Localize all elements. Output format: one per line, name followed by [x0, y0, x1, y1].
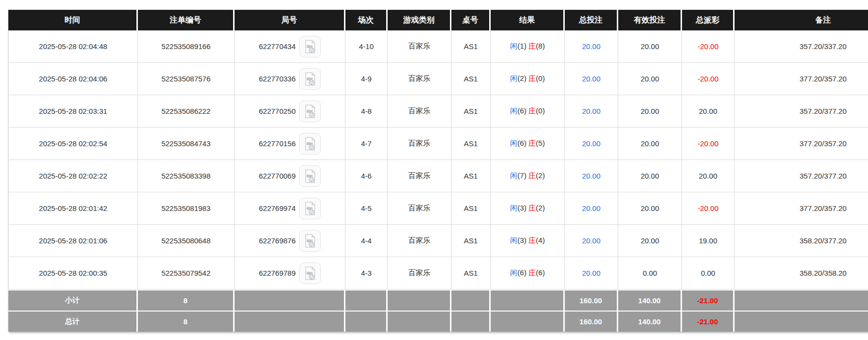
- subtotal-row-remark-empty: [735, 289, 868, 311]
- cell-valid-bet: 20.00: [618, 160, 682, 192]
- cell-round-number: 622770250: [235, 95, 345, 128]
- round-number-text: 622770156: [259, 139, 295, 148]
- video-replay-button[interactable]: [299, 262, 321, 284]
- cell-time: 2025-05-28 02:00:35: [8, 257, 138, 289]
- player-result-score: (6): [518, 268, 526, 277]
- round-number-text: 622770434: [259, 42, 295, 51]
- cell-valid-bet: 20.00: [618, 225, 682, 257]
- cell-table-number: AS1: [451, 128, 491, 160]
- column-header-game-type: 游戏类别: [388, 10, 451, 30]
- subtotal-row-session-empty: [345, 289, 388, 311]
- round-number-text: 622770336: [259, 75, 295, 83]
- banker-result-label: 庄: [528, 204, 536, 212]
- subtotal-row-label: 小计: [8, 289, 138, 311]
- video-replay-button[interactable]: [299, 133, 321, 155]
- player-result-label: 闲: [510, 74, 518, 82]
- cell-bet-number: 522535087576: [138, 63, 235, 95]
- cell-game-type: 百家乐: [388, 225, 451, 257]
- table-row: 2025-05-28 02:04:48522535089166622770434…: [8, 30, 868, 63]
- cell-session: 4-9: [345, 63, 388, 95]
- player-result-label: 闲: [510, 268, 518, 277]
- cell-game-type: 百家乐: [388, 192, 451, 225]
- banker-result-score: (6): [536, 268, 545, 277]
- cell-bet-number: 522535089166: [138, 30, 235, 63]
- cell-game-type: 百家乐: [388, 160, 451, 192]
- cell-result: 闲(3) 庄(2): [491, 192, 565, 225]
- cell-remark: 377.20/357.20: [735, 192, 868, 225]
- table-row: 2025-05-28 02:01:06522535080648622769876…: [8, 225, 868, 257]
- subtotal-row-table-empty: [451, 289, 491, 311]
- total-bet-amount[interactable]: 20.00: [582, 172, 601, 180]
- total-row-payout: -21.00: [682, 311, 735, 332]
- total-bet-amount[interactable]: 20.00: [582, 107, 601, 115]
- video-file-icon: [303, 39, 317, 54]
- cell-bet-number: 522535079542: [138, 257, 235, 289]
- total-row-label: 总计: [8, 311, 138, 332]
- column-header-result: 结果: [491, 10, 565, 30]
- cell-total-bet: 20.00: [565, 192, 618, 225]
- table-header: 时间 注单编号 局号 场次 游戏类别 桌号 结果 总投注 有效投注 总派彩 备注: [8, 10, 868, 30]
- cell-table-number: AS1: [451, 160, 491, 192]
- cell-remark: 358.20/358.20: [735, 257, 868, 289]
- cell-total-bet: 20.00: [565, 225, 618, 257]
- round-cell-content: 622770069: [259, 165, 320, 187]
- total-bet-amount[interactable]: 20.00: [582, 42, 601, 51]
- cell-result: 闲(6) 庄(6): [491, 257, 565, 289]
- cell-time: 2025-05-28 02:01:42: [8, 192, 138, 225]
- column-header-session: 场次: [345, 10, 388, 30]
- video-replay-button[interactable]: [299, 36, 321, 57]
- round-number-text: 622770250: [259, 107, 295, 115]
- cell-remark: 357.20/377.20: [735, 95, 868, 128]
- round-cell-content: 622769876: [259, 230, 320, 252]
- total-bet-amount[interactable]: 20.00: [582, 75, 601, 83]
- cell-table-number: AS1: [451, 63, 491, 95]
- column-header-total-bet: 总投注: [565, 10, 618, 30]
- cell-bet-number: 522535083398: [138, 160, 235, 192]
- total-bet-amount[interactable]: 20.00: [582, 236, 601, 245]
- cell-remark: 357.20/377.20: [735, 160, 868, 192]
- player-result-label: 闲: [510, 171, 518, 180]
- video-file-icon: [303, 104, 317, 119]
- cell-round-number: 622769876: [235, 225, 345, 257]
- video-replay-button[interactable]: [299, 68, 321, 90]
- total-row-valid-bet: 140.00: [618, 311, 682, 332]
- video-replay-button[interactable]: [299, 165, 321, 187]
- subtotal-row-valid-bet: 140.00: [618, 289, 682, 311]
- total-bet-amount[interactable]: 20.00: [582, 139, 601, 148]
- cell-table-number: AS1: [451, 225, 491, 257]
- column-header-round-number: 局号: [235, 10, 345, 30]
- cell-bet-number: 522535086222: [138, 95, 235, 128]
- player-result-score: (3): [518, 204, 526, 212]
- banker-result-score: (5): [536, 139, 545, 147]
- total-bet-amount[interactable]: 20.00: [582, 204, 601, 212]
- video-file-icon: [303, 169, 317, 183]
- round-cell-content: 622770336: [259, 68, 320, 90]
- cell-total-bet: 20.00: [565, 128, 618, 160]
- cell-total-bet: 20.00: [565, 257, 618, 289]
- cell-table-number: AS1: [451, 95, 491, 128]
- cell-total-bet: 20.00: [565, 160, 618, 192]
- video-file-icon: [303, 72, 317, 86]
- video-replay-button[interactable]: [299, 101, 321, 122]
- subtotal-row: 小计8160.00140.00-21.00: [8, 289, 868, 311]
- cell-game-type: 百家乐: [388, 257, 451, 289]
- table-row: 2025-05-28 02:01:42522535081983622769974…: [8, 192, 868, 225]
- cell-session: 4-6: [345, 160, 388, 192]
- cell-session: 4-8: [345, 95, 388, 128]
- table-row: 2025-05-28 02:02:22522535083398622770069…: [8, 160, 868, 192]
- video-replay-button[interactable]: [299, 230, 321, 252]
- cell-game-type: 百家乐: [388, 128, 451, 160]
- video-replay-button[interactable]: [299, 198, 321, 219]
- cell-total-payout: 20.00: [682, 95, 735, 128]
- cell-total-bet: 20.00: [565, 63, 618, 95]
- column-header-bet-number: 注单编号: [138, 10, 235, 30]
- column-header-remark: 备注: [735, 10, 868, 30]
- cell-valid-bet: 0.00: [618, 257, 682, 289]
- cell-remark: 377.20/357.20: [735, 128, 868, 160]
- table-row: 2025-05-28 02:03:31522535086222622770250…: [8, 95, 868, 128]
- cell-session: 4-3: [345, 257, 388, 289]
- player-result-score: (6): [518, 139, 526, 147]
- total-bet-amount[interactable]: 20.00: [582, 269, 601, 277]
- table-row: 2025-05-28 02:04:06522535087576622770336…: [8, 63, 868, 95]
- cell-session: 4-5: [345, 192, 388, 225]
